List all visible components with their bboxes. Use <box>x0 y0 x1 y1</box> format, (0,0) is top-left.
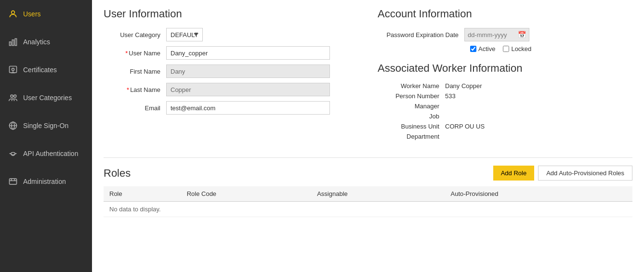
department-row: Department <box>378 133 632 140</box>
sidebar-label-certificates: Certificates <box>23 66 57 74</box>
sidebar-label-users: Users <box>23 10 41 18</box>
calendar-icon[interactable]: 📅 <box>518 31 526 39</box>
sidebar-label-user-categories: User Categories <box>23 94 72 102</box>
add-auto-provisioned-button[interactable]: Add Auto-Provisioned Roles <box>538 166 632 181</box>
sidebar-label-api-auth: API Authentication <box>23 150 78 157</box>
username-input[interactable] <box>166 46 330 60</box>
roles-buttons: Add Role Add Auto-Provisioned Roles <box>493 166 632 181</box>
lastname-input <box>166 83 330 96</box>
worker-name-value: Dany Copper <box>445 82 482 90</box>
business-unit-value: CORP OU US <box>445 123 485 130</box>
locked-checkbox[interactable] <box>503 46 509 52</box>
col-assignable: Assignable <box>311 186 445 202</box>
lastname-row: Last Name <box>104 83 358 96</box>
person-number-label: Person Number <box>378 92 445 100</box>
user-category-select-wrapper: DEFAULT <box>166 28 330 41</box>
svg-rect-14 <box>10 179 17 184</box>
sidebar-item-single-sign-on[interactable]: Single Sign-On <box>0 112 92 140</box>
svg-rect-1 <box>10 42 11 46</box>
sidebar-label-analytics: Analytics <box>23 38 50 46</box>
firstname-label: First Name <box>104 68 166 75</box>
email-row: Email <box>104 101 358 115</box>
password-expiration-label: Password Expiration Date <box>378 31 464 39</box>
user-category-row: User Category DEFAULT <box>104 28 358 41</box>
business-unit-row: Business Unit CORP OU US <box>378 123 632 130</box>
certificates-icon <box>8 65 18 75</box>
sidebar-item-user-categories[interactable]: User Categories <box>0 84 92 112</box>
user-category-label: User Category <box>104 31 166 39</box>
email-label: Email <box>104 104 166 112</box>
worker-name-row: Worker Name Dany Copper <box>378 82 632 90</box>
person-number-row: Person Number 533 <box>378 92 632 100</box>
username-label: User Name <box>104 50 166 57</box>
active-checkbox-label: Active <box>470 45 495 52</box>
job-row: Job <box>378 113 632 120</box>
person-number-value: 533 <box>445 92 456 100</box>
sidebar-label-single-sign-on: Single Sign-On <box>23 122 68 130</box>
roles-title: Roles <box>104 167 131 180</box>
col-role: Role <box>104 186 181 202</box>
user-categories-icon <box>8 92 18 103</box>
firstname-row: First Name <box>104 65 358 78</box>
worker-name-label: Worker Name <box>378 82 445 90</box>
sidebar-item-certificates[interactable]: Certificates <box>0 56 92 84</box>
no-data-row: No data to display. <box>104 202 632 217</box>
active-checkbox[interactable] <box>470 46 476 52</box>
col-role-code: Role Code <box>181 186 312 202</box>
username-row: User Name <box>104 46 358 60</box>
api-auth-icon <box>8 148 18 159</box>
single-sign-on-icon <box>8 120 18 131</box>
manager-row: Manager <box>378 103 632 110</box>
email-input[interactable] <box>166 101 330 115</box>
user-info-title: User Information <box>104 8 358 20</box>
locked-checkbox-label: Locked <box>503 45 531 52</box>
business-unit-label: Business Unit <box>378 123 445 130</box>
user-category-select[interactable]: DEFAULT <box>166 28 203 41</box>
svg-rect-2 <box>12 40 13 46</box>
svg-rect-3 <box>15 39 16 45</box>
sidebar-label-administration: Administration <box>23 178 66 185</box>
sidebar-item-analytics[interactable]: Analytics <box>0 28 92 56</box>
date-input-wrapper: 📅 <box>464 28 529 41</box>
worker-info-section: Associated Worker Information Worker Nam… <box>378 62 632 140</box>
sidebar-item-users[interactable]: Users <box>0 0 92 28</box>
analytics-icon <box>8 37 18 47</box>
main-content: User Information User Category DEFAULT U… <box>92 0 644 272</box>
roles-header: Roles Add Role Add Auto-Provisioned Role… <box>104 166 632 181</box>
date-input[interactable] <box>468 31 516 39</box>
job-label: Job <box>378 113 445 120</box>
sidebar-item-administration[interactable]: Administration <box>0 168 92 195</box>
add-role-button[interactable]: Add Role <box>493 166 534 181</box>
department-label: Department <box>378 133 445 140</box>
active-locked-row: Active Locked <box>470 45 632 52</box>
sidebar: Users Analytics Certificates <box>0 0 92 272</box>
svg-point-7 <box>14 95 16 97</box>
user-icon <box>8 9 18 19</box>
right-panel: Account Information Password Expiration … <box>378 8 632 143</box>
sidebar-item-api-authentication[interactable]: API Authentication <box>0 140 92 168</box>
roles-table: Role Role Code Assignable Auto-Provision… <box>104 186 632 217</box>
svg-point-0 <box>12 11 15 14</box>
roles-table-header-row: Role Role Code Assignable Auto-Provision… <box>104 186 632 202</box>
roles-section: Roles Add Role Add Auto-Provisioned Role… <box>104 157 632 217</box>
worker-info-title: Associated Worker Information <box>378 62 632 75</box>
manager-label: Manager <box>378 103 445 110</box>
svg-point-5 <box>12 68 14 71</box>
firstname-input <box>166 65 330 78</box>
administration-icon <box>8 176 18 187</box>
lastname-label: Last Name <box>104 86 166 93</box>
col-auto-provisioned: Auto-Provisioned <box>445 186 632 202</box>
password-expiration-row: Password Expiration Date 📅 <box>378 28 632 41</box>
svg-point-6 <box>11 95 13 97</box>
user-info-panel: User Information User Category DEFAULT U… <box>104 8 358 143</box>
no-data-text: No data to display. <box>104 202 632 217</box>
account-info-title: Account Information <box>378 8 632 20</box>
